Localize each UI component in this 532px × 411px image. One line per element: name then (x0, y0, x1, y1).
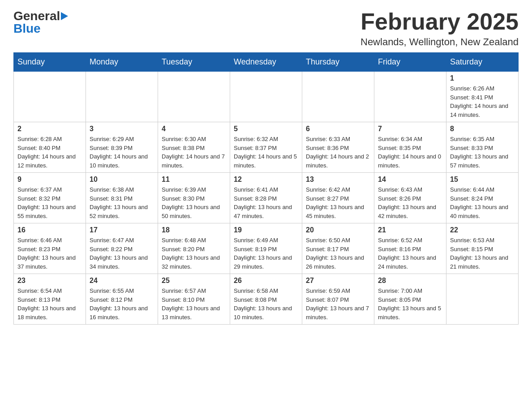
day-info: Sunrise: 6:43 AMSunset: 8:26 PMDaylight:… (378, 185, 442, 220)
day-number: 5 (234, 125, 298, 133)
day-number: 1 (450, 74, 515, 82)
day-number: 26 (234, 277, 298, 285)
day-number: 14 (378, 176, 442, 184)
calendar-cell: 12Sunrise: 6:41 AMSunset: 8:28 PMDayligh… (230, 173, 302, 223)
calendar-cell (302, 72, 374, 122)
calendar-week-row: 1Sunrise: 6:26 AMSunset: 8:41 PMDaylight… (14, 72, 519, 122)
calendar-week-row: 2Sunrise: 6:28 AMSunset: 8:40 PMDaylight… (14, 122, 519, 173)
svg-marker-0 (61, 12, 68, 20)
calendar-cell: 25Sunrise: 6:57 AMSunset: 8:10 PMDayligh… (158, 274, 230, 325)
calendar-cell: 10Sunrise: 6:38 AMSunset: 8:31 PMDayligh… (86, 173, 158, 223)
day-info: Sunrise: 6:37 AMSunset: 8:32 PMDaylight:… (17, 185, 82, 220)
calendar-header-tuesday: Tuesday (158, 53, 230, 72)
logo-blue: Blue (13, 21, 41, 36)
calendar-cell: 24Sunrise: 6:55 AMSunset: 8:12 PMDayligh… (86, 274, 158, 325)
calendar-cell: 9Sunrise: 6:37 AMSunset: 8:32 PMDaylight… (14, 173, 86, 223)
day-info: Sunrise: 6:48 AMSunset: 8:20 PMDaylight:… (162, 236, 226, 271)
day-number: 9 (17, 176, 82, 184)
day-info: Sunrise: 6:57 AMSunset: 8:10 PMDaylight:… (162, 287, 226, 321)
calendar-cell: 19Sunrise: 6:49 AMSunset: 8:19 PMDayligh… (230, 223, 302, 274)
day-info: Sunrise: 6:54 AMSunset: 8:13 PMDaylight:… (17, 287, 82, 321)
day-info: Sunrise: 6:28 AMSunset: 8:40 PMDaylight:… (17, 135, 82, 170)
calendar-cell: 26Sunrise: 6:58 AMSunset: 8:08 PMDayligh… (230, 274, 302, 325)
calendar-header-friday: Friday (374, 53, 446, 72)
day-number: 11 (162, 176, 226, 184)
calendar-cell: 22Sunrise: 6:53 AMSunset: 8:15 PMDayligh… (446, 223, 519, 274)
calendar-cell: 21Sunrise: 6:52 AMSunset: 8:16 PMDayligh… (374, 223, 446, 274)
calendar-cell: 2Sunrise: 6:28 AMSunset: 8:40 PMDaylight… (14, 122, 86, 173)
title-area: February 2025 Newlands, Wellington, New … (360, 9, 519, 48)
page-header: General Blue February 2025 Newlands, Wel… (13, 9, 519, 48)
day-number: 25 (162, 277, 226, 285)
calendar-week-row: 16Sunrise: 6:46 AMSunset: 8:23 PMDayligh… (14, 223, 519, 274)
day-number: 27 (306, 277, 370, 285)
day-number: 17 (90, 226, 154, 234)
calendar-cell: 11Sunrise: 6:39 AMSunset: 8:30 PMDayligh… (158, 173, 230, 223)
day-number: 18 (162, 226, 226, 234)
day-info: Sunrise: 6:46 AMSunset: 8:23 PMDaylight:… (17, 236, 82, 271)
calendar-week-row: 9Sunrise: 6:37 AMSunset: 8:32 PMDaylight… (14, 173, 519, 223)
day-info: Sunrise: 6:39 AMSunset: 8:30 PMDaylight:… (162, 185, 226, 220)
day-info: Sunrise: 6:30 AMSunset: 8:38 PMDaylight:… (162, 135, 226, 170)
calendar-cell (86, 72, 158, 122)
day-number: 3 (90, 125, 154, 133)
day-number: 21 (378, 226, 442, 234)
logo-arrow-icon (61, 9, 68, 23)
calendar-cell (14, 72, 86, 122)
day-number: 4 (162, 125, 226, 133)
calendar-cell (446, 274, 519, 325)
day-number: 16 (17, 226, 82, 234)
calendar-cell: 16Sunrise: 6:46 AMSunset: 8:23 PMDayligh… (14, 223, 86, 274)
calendar-header-wednesday: Wednesday (230, 53, 302, 72)
day-info: Sunrise: 6:50 AMSunset: 8:17 PMDaylight:… (306, 236, 370, 271)
day-number: 10 (90, 176, 154, 184)
day-info: Sunrise: 6:38 AMSunset: 8:31 PMDaylight:… (90, 185, 154, 220)
day-info: Sunrise: 6:55 AMSunset: 8:12 PMDaylight:… (90, 287, 154, 321)
calendar-cell (374, 72, 446, 122)
calendar-header-sunday: Sunday (14, 53, 86, 72)
calendar-cell: 27Sunrise: 6:59 AMSunset: 8:07 PMDayligh… (302, 274, 374, 325)
day-number: 23 (17, 277, 82, 285)
calendar-table: SundayMondayTuesdayWednesdayThursdayFrid… (13, 52, 519, 325)
calendar-cell: 5Sunrise: 6:32 AMSunset: 8:37 PMDaylight… (230, 122, 302, 173)
calendar-cell: 18Sunrise: 6:48 AMSunset: 8:20 PMDayligh… (158, 223, 230, 274)
calendar-header-row: SundayMondayTuesdayWednesdayThursdayFrid… (14, 53, 519, 72)
calendar-cell: 23Sunrise: 6:54 AMSunset: 8:13 PMDayligh… (14, 274, 86, 325)
calendar-cell: 7Sunrise: 6:34 AMSunset: 8:35 PMDaylight… (374, 122, 446, 173)
day-info: Sunrise: 6:53 AMSunset: 8:15 PMDaylight:… (450, 236, 515, 271)
day-info: Sunrise: 6:44 AMSunset: 8:24 PMDaylight:… (450, 185, 515, 220)
logo: General Blue (13, 9, 68, 36)
calendar-cell: 3Sunrise: 6:29 AMSunset: 8:39 PMDaylight… (86, 122, 158, 173)
calendar-cell (230, 72, 302, 122)
day-info: Sunrise: 6:52 AMSunset: 8:16 PMDaylight:… (378, 236, 442, 271)
day-number: 13 (306, 176, 370, 184)
calendar-subtitle: Newlands, Wellington, New Zealand (360, 36, 519, 48)
day-number: 22 (450, 226, 515, 234)
calendar-cell: 6Sunrise: 6:33 AMSunset: 8:36 PMDaylight… (302, 122, 374, 173)
day-info: Sunrise: 6:34 AMSunset: 8:35 PMDaylight:… (378, 135, 442, 170)
day-info: Sunrise: 6:58 AMSunset: 8:08 PMDaylight:… (234, 287, 298, 321)
calendar-cell: 20Sunrise: 6:50 AMSunset: 8:17 PMDayligh… (302, 223, 374, 274)
day-number: 2 (17, 125, 82, 133)
day-number: 20 (306, 226, 370, 234)
calendar-cell: 13Sunrise: 6:42 AMSunset: 8:27 PMDayligh… (302, 173, 374, 223)
day-number: 19 (234, 226, 298, 234)
calendar-title: February 2025 (360, 9, 519, 34)
day-number: 28 (378, 277, 442, 285)
day-number: 6 (306, 125, 370, 133)
day-info: Sunrise: 6:59 AMSunset: 8:07 PMDaylight:… (306, 287, 370, 321)
day-info: Sunrise: 6:49 AMSunset: 8:19 PMDaylight:… (234, 236, 298, 271)
day-number: 12 (234, 176, 298, 184)
day-number: 8 (450, 125, 515, 133)
calendar-cell (158, 72, 230, 122)
calendar-header-saturday: Saturday (446, 53, 519, 72)
day-number: 7 (378, 125, 442, 133)
calendar-cell: 8Sunrise: 6:35 AMSunset: 8:33 PMDaylight… (446, 122, 519, 173)
day-number: 15 (450, 176, 515, 184)
day-info: Sunrise: 6:42 AMSunset: 8:27 PMDaylight:… (306, 185, 370, 220)
calendar-week-row: 23Sunrise: 6:54 AMSunset: 8:13 PMDayligh… (14, 274, 519, 325)
calendar-cell: 15Sunrise: 6:44 AMSunset: 8:24 PMDayligh… (446, 173, 519, 223)
day-info: Sunrise: 6:26 AMSunset: 8:41 PMDaylight:… (450, 84, 515, 119)
calendar-cell: 14Sunrise: 6:43 AMSunset: 8:26 PMDayligh… (374, 173, 446, 223)
day-number: 24 (90, 277, 154, 285)
